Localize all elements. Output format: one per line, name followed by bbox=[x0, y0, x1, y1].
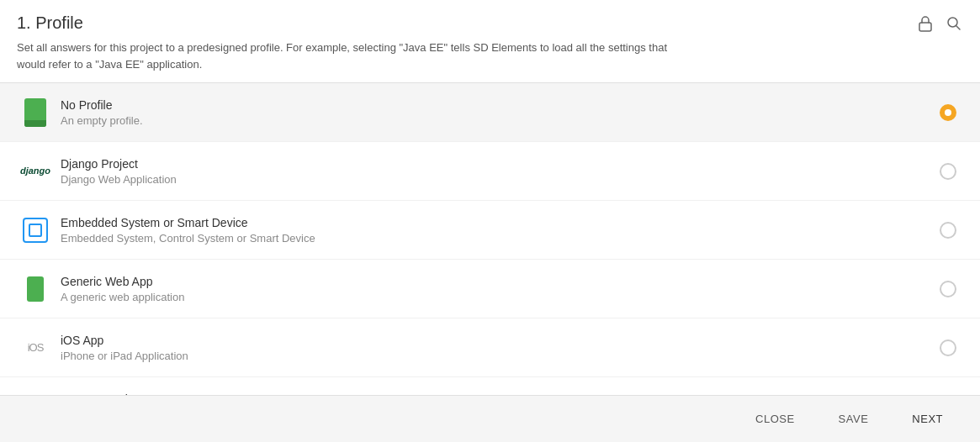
profile-icon-no-profile bbox=[17, 98, 54, 127]
profile-radio-generic-web-app[interactable] bbox=[940, 281, 956, 297]
profile-text-ios-app: iOS App iPhone or iPad Application bbox=[54, 334, 940, 362]
profile-icon-django: django bbox=[17, 166, 54, 176]
profile-radio-django[interactable] bbox=[940, 163, 956, 180]
svg-point-1 bbox=[948, 18, 957, 27]
page-title: 1. Profile bbox=[17, 13, 83, 33]
footer: CLOSE SAVE NEXT bbox=[0, 395, 980, 442]
profile-list: No Profile An empty profile. django Djan… bbox=[0, 83, 980, 395]
profile-description: Django Web Application bbox=[61, 173, 940, 186]
profile-name: Django Project bbox=[61, 157, 940, 171]
close-button[interactable]: CLOSE bbox=[735, 406, 815, 432]
save-button[interactable]: SAVE bbox=[818, 406, 889, 432]
profile-item[interactable]: django Django Project Django Web Applica… bbox=[0, 142, 980, 201]
profile-item[interactable]: No Profile An empty profile. bbox=[0, 83, 980, 142]
profile-text-django: Django Project Django Web Application bbox=[54, 157, 940, 186]
profile-radio-ios-app[interactable] bbox=[940, 339, 956, 356]
profile-icon-ios-app: iOS bbox=[17, 341, 54, 354]
profile-item[interactable]: Embedded System or Smart Device Embedded… bbox=[0, 201, 980, 260]
profile-name: Generic Web App bbox=[61, 275, 940, 288]
profile-description: Embedded System, Control System or Smart… bbox=[61, 232, 940, 245]
profile-item[interactable]: Java EE Web App Java Enterprise Edition … bbox=[0, 377, 980, 395]
lock-icon[interactable] bbox=[916, 14, 935, 33]
profile-radio-embedded[interactable] bbox=[940, 222, 956, 239]
profile-description: An empty profile. bbox=[61, 114, 940, 127]
next-button[interactable]: NEXT bbox=[892, 406, 963, 432]
profile-radio-no-profile[interactable] bbox=[940, 104, 956, 121]
svg-rect-0 bbox=[919, 23, 931, 31]
profile-name: Java EE Web App bbox=[61, 392, 940, 396]
profile-item[interactable]: iOS iOS App iPhone or iPad Application bbox=[0, 318, 980, 377]
profile-name: Embedded System or Smart Device bbox=[61, 216, 940, 229]
page-header: 1. Profile Set all answers for this proj… bbox=[0, 0, 980, 83]
profile-icon-embedded bbox=[17, 218, 54, 243]
profile-text-generic-web-app: Generic Web App A generic web applicatio… bbox=[54, 275, 940, 303]
profile-icon-generic-web-app bbox=[17, 276, 54, 302]
profile-list-container[interactable]: No Profile An empty profile. django Djan… bbox=[0, 83, 980, 395]
profile-description: iPhone or iPad Application bbox=[61, 350, 940, 362]
profile-text-java-ee: Java EE Web App Java Enterprise Edition … bbox=[54, 392, 940, 396]
profile-name: No Profile bbox=[61, 98, 940, 112]
profile-name: iOS App bbox=[61, 334, 940, 347]
profile-description: A generic web application bbox=[61, 291, 940, 303]
profile-item[interactable]: Generic Web App A generic web applicatio… bbox=[0, 260, 980, 318]
profile-text-no-profile: No Profile An empty profile. bbox=[54, 98, 940, 127]
search-icon[interactable] bbox=[945, 14, 963, 33]
profile-text-embedded: Embedded System or Smart Device Embedded… bbox=[54, 216, 940, 245]
page-description: Set all answers for this project to a pr… bbox=[17, 39, 673, 72]
header-icons bbox=[916, 14, 963, 33]
